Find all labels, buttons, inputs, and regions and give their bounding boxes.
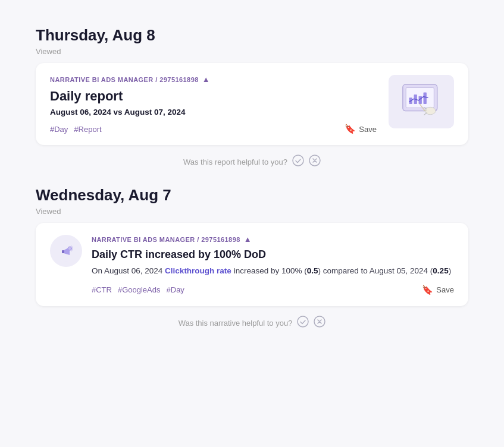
tags-save-row-report: #Day #Report 🔖 Save xyxy=(50,124,377,134)
feedback-check-icon-ctr[interactable] xyxy=(297,316,309,330)
svg-point-6 xyxy=(425,107,436,114)
tag-googleads[interactable]: #GoogleAds xyxy=(118,285,161,294)
feedback-row-ctr: Was this narrative helpful to you? xyxy=(36,316,468,330)
card-daily-report: NARRATIVE BI ADS MANAGER / 2975161898 ▲ … xyxy=(36,63,468,145)
bookmark-icon-report: 🔖 xyxy=(345,124,356,134)
card-ctr: NARRATIVE BI ADS MANAGER / 2975161898 ▲ … xyxy=(36,223,468,306)
page-container: Thursday, Aug 8 Viewed NARRATIVE BI ADS … xyxy=(0,0,504,371)
tags-save-row-ctr: #CTR #GoogleAds #Day 🔖 Save xyxy=(92,285,454,295)
save-button-ctr[interactable]: 🔖 Save xyxy=(422,285,454,295)
feedback-x-icon-ctr[interactable] xyxy=(314,316,325,330)
card-content-ctr: NARRATIVE BI ADS MANAGER / 2975161898 ▲ … xyxy=(92,235,454,295)
svg-point-11 xyxy=(293,155,303,166)
card-body-ctr: On August 06, 2024 Clickthrough rate inc… xyxy=(92,265,454,278)
day-title-wednesday: Wednesday, Aug 7 xyxy=(36,186,468,204)
highlight-num2-ctr: 0.25 xyxy=(433,266,448,275)
up-arrow-icon: ▲ xyxy=(202,75,210,84)
highlight-num1-ctr: 0.5 xyxy=(307,266,318,275)
card-tags-ctr: #CTR #GoogleAds #Day xyxy=(92,285,184,294)
card-source-report: NARRATIVE BI ADS MANAGER / 2975161898 ▲ xyxy=(50,75,377,84)
card-title-report: Daily report xyxy=(50,89,377,104)
card-with-avatar-ctr: NARRATIVE BI ADS MANAGER / 2975161898 ▲ … xyxy=(50,235,454,295)
bookmark-icon-ctr: 🔖 xyxy=(422,285,433,295)
tag-day-ctr[interactable]: #Day xyxy=(167,285,184,294)
tag-ctr[interactable]: #CTR xyxy=(92,285,112,294)
card-avatar-ctr xyxy=(50,235,82,267)
card-source-ctr: NARRATIVE BI ADS MANAGER / 2975161898 ▲ xyxy=(92,235,454,244)
card-tags-report: #Day #Report xyxy=(50,125,102,134)
day-section-wednesday: Wednesday, Aug 7 Viewed xyxy=(36,186,468,330)
feedback-row-report: Was this report helpful to you? xyxy=(36,155,468,169)
card-content-report: NARRATIVE BI ADS MANAGER / 2975161898 ▲ … xyxy=(50,75,377,134)
feedback-check-icon-report[interactable] xyxy=(292,155,304,169)
day-section-thursday: Thursday, Aug 8 Viewed NARRATIVE BI ADS … xyxy=(36,26,468,169)
svg-point-16 xyxy=(298,316,308,327)
tag-report[interactable]: #Report xyxy=(74,125,101,134)
save-button-report[interactable]: 🔖 Save xyxy=(345,124,377,134)
up-arrow-icon-ctr: ▲ xyxy=(244,235,252,244)
highlight-ctr: Clickthrough rate xyxy=(165,266,231,275)
tag-day[interactable]: #Day xyxy=(50,125,68,134)
viewed-label-thursday: Viewed xyxy=(36,47,468,56)
day-title-thursday: Thursday, Aug 8 xyxy=(36,26,468,45)
feedback-x-icon-report[interactable] xyxy=(309,155,321,169)
card-subtitle-report: August 06, 2024 vs August 07, 2024 xyxy=(50,108,377,117)
viewed-label-wednesday: Viewed xyxy=(36,207,468,216)
svg-rect-5 xyxy=(424,92,427,104)
svg-rect-14 xyxy=(62,250,64,253)
card-title-ctr: Daily CTR increased by 100% DoD xyxy=(92,248,454,261)
card-image-report xyxy=(389,75,454,128)
